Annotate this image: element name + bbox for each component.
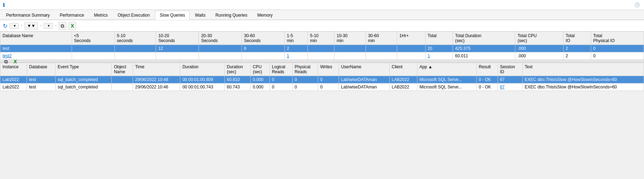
total-cell: 20 — [425, 45, 453, 52]
event-type-cell: sql_batch_completed — [55, 83, 112, 91]
tab-waits[interactable]: Waits — [190, 11, 210, 19]
instance-cell: Lab2022 — [0, 83, 27, 91]
group-by-button[interactable]: ▼ — [10, 23, 19, 29]
physical-reads-cell: 0 — [292, 76, 318, 83]
col-database: Database — [27, 63, 55, 76]
col-1-5min: 1-5min — [284, 32, 307, 45]
physical-reads-cell: 0 — [292, 83, 318, 91]
event-type-cell: sql_batch_completed — [55, 76, 112, 83]
separator3: • — [55, 23, 56, 28]
result-cell: 0 - OK — [476, 83, 498, 91]
tab-metrics[interactable]: Metrics — [89, 11, 112, 19]
tab-performance-summary[interactable]: Performance Summary — [1, 11, 54, 19]
bottom-table: Instance Database Event Type ObjectName … — [0, 63, 644, 91]
data-cell — [397, 52, 426, 60]
info-icon: ℹ — [3, 2, 5, 8]
col-lt5: <5Seconds — [72, 32, 115, 45]
data-cell — [72, 45, 115, 52]
tab-object-execution[interactable]: Object Execution — [113, 11, 155, 19]
data-cell — [366, 45, 397, 52]
col-physical-reads: PhysicalReads — [292, 63, 318, 76]
col-total-pio: TotalPhysical IO — [591, 32, 644, 45]
text-cell: EXEC dbo.ThisIsSlow @HowSlowInSeconds=60 — [522, 76, 644, 83]
col-total-cpu: Total CPU(sec) — [515, 32, 564, 45]
upper-table-row[interactable]: test126220425.375.00020 — [0, 45, 644, 52]
total_io-cell: 2 — [564, 52, 591, 60]
bottom-table-row[interactable]: Lab2022testsql_batch_completed29/06/2022… — [0, 83, 644, 91]
title-bar: ℹ 🕐 — [0, 0, 644, 10]
cpu-sec-cell: 0.000 — [250, 76, 270, 83]
col-db-name: Database Name — [0, 32, 72, 45]
duration-sec-cell: 60.743 — [224, 83, 250, 91]
col-1hr-plus: 1Hr+ — [397, 32, 426, 45]
instance-cell: Lab2022 — [0, 76, 27, 83]
col-30-60min: 30-60min — [366, 32, 397, 45]
upper-table: Database Name <5Seconds 5-10seconds 10-2… — [0, 31, 644, 60]
app-cell: Microsoft SQL Serve... — [417, 83, 476, 91]
client-cell: LAB2022 — [389, 83, 417, 91]
col-total: Total — [425, 32, 453, 45]
tab-slow-queries[interactable]: Slow Queries — [155, 11, 189, 20]
col-10-30min: 10-30min — [334, 32, 366, 45]
separator2: • — [40, 23, 41, 28]
total-link[interactable]: 20 — [428, 46, 432, 51]
col-30-60: 30-60Seconds — [242, 32, 285, 45]
data-cell — [242, 52, 285, 60]
upper-table-row[interactable]: test21160.011.00020 — [0, 52, 644, 60]
data-cell — [334, 45, 366, 52]
db-name-cell: test — [0, 45, 72, 52]
refresh-icon[interactable]: ↻ — [3, 23, 7, 29]
username-cell: Lab\wiseDATAman — [339, 83, 389, 91]
excel-export-button[interactable]: X — [68, 22, 76, 30]
tab-performance[interactable]: Performance — [55, 11, 89, 19]
total_pio-cell: 0 — [591, 45, 644, 52]
col-text: Text — [522, 63, 644, 76]
session-id-cell: 67 — [498, 76, 522, 83]
cpu-sec-cell: 0.000 — [250, 83, 270, 91]
total_io-cell: 2 — [564, 45, 591, 52]
session-id-link[interactable]: 67 — [500, 85, 505, 90]
copy-icon: ⧉ — [61, 23, 64, 29]
upper-toolbar: ↻ ▼ • ▼▼ • ▼ • ⧉ X — [0, 21, 644, 31]
data-cell: 6 — [242, 45, 285, 52]
data-cell: 2 — [284, 45, 307, 52]
db-name-link[interactable]: test — [2, 46, 9, 51]
col-client: Client — [389, 63, 417, 76]
bottom-section: Instance Database Event Type ObjectName … — [0, 63, 644, 91]
data-cell — [115, 52, 156, 60]
col-time: Time — [133, 63, 180, 76]
top-count-dropdown-icon: ▼ — [47, 24, 50, 28]
text-cell: EXEC dbo.ThisIsSlow @HowSlowInSeconds=60 — [522, 83, 644, 91]
col-result: Result — [476, 63, 498, 76]
filter-button[interactable]: ▼▼ — [24, 22, 38, 29]
col-5-10min: 5-10min — [308, 32, 334, 45]
client-cell: LAB2022 — [389, 76, 417, 83]
bottom-table-row[interactable]: Lab2022testsql_batch_completed29/06/2022… — [0, 76, 644, 83]
total-link[interactable]: 1 — [428, 53, 430, 58]
data-cell — [199, 52, 242, 60]
duration-cell: 00 00:01:00.809 — [180, 76, 224, 83]
writes-cell: 0 — [318, 83, 339, 91]
top-count-button[interactable]: ▼ — [44, 23, 53, 29]
tab-running-queries[interactable]: Running Queries — [211, 11, 252, 19]
writes-cell: 0 — [318, 76, 339, 83]
object-name-cell — [112, 83, 133, 91]
col-app[interactable]: App ▲ — [417, 63, 476, 76]
copy-button[interactable]: ⧉ — [59, 22, 66, 30]
col-5-10: 5-10seconds — [115, 32, 156, 45]
data-cell — [72, 52, 115, 60]
data-cell — [156, 52, 199, 60]
logical-reads-cell: 0 — [270, 83, 292, 91]
data-cell — [308, 45, 334, 52]
tab-memory[interactable]: Memory — [252, 11, 277, 19]
col-instance: Instance — [0, 63, 27, 76]
data-cell — [115, 45, 156, 52]
data-cell — [397, 45, 426, 52]
col-username: UserName — [339, 63, 389, 76]
count-link[interactable]: 1 — [287, 53, 289, 58]
col-20-30: 20-30Seconds — [199, 32, 242, 45]
logical-reads-cell: 0 — [270, 76, 292, 83]
col-duration-sec: Duration(sec) — [224, 63, 250, 76]
nav-tabs: Performance Summary Performance Metrics … — [0, 10, 644, 20]
duration-sec-cell: 60.810 — [224, 76, 250, 83]
